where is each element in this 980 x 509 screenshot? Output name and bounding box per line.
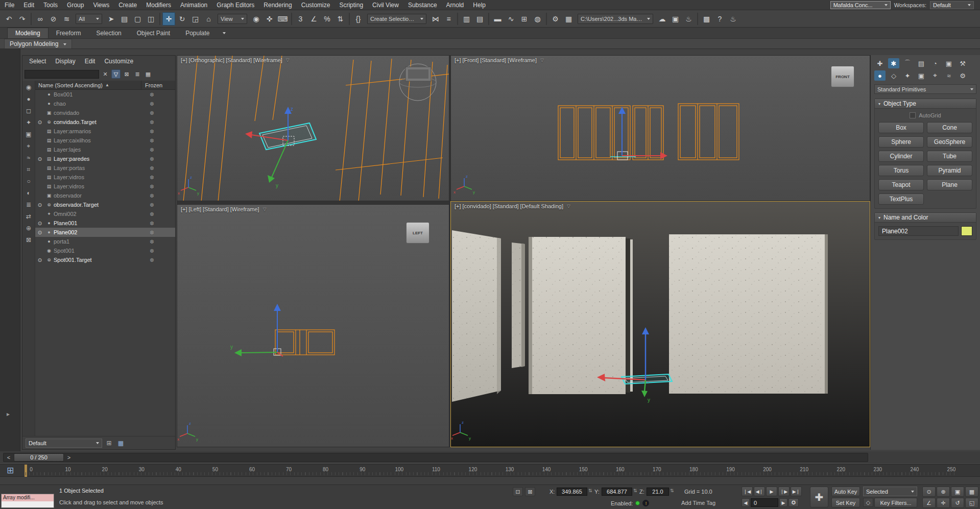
frozen-cell-icon[interactable]: ❆: [144, 147, 175, 153]
key-mode-toggle-icon[interactable]: ◇: [863, 498, 873, 507]
scene-explorer-row[interactable]: ⊙ ⊕ convidado.Target ❆: [35, 117, 175, 127]
primitive-button[interactable]: Tube: [927, 151, 972, 162]
frozen-cell-icon[interactable]: ❆: [144, 138, 175, 143]
select-and-move-icon[interactable]: ✛: [162, 12, 175, 26]
viewport-render-preset-menu[interactable]: [Standard]: [226, 57, 252, 63]
ribbon-overflow-dropdown[interactable]: [218, 28, 228, 38]
viewport-render-preset-menu[interactable]: [Standard]: [203, 206, 229, 212]
frozen-cell-icon[interactable]: ❆: [144, 165, 175, 171]
render-in-cloud-icon[interactable]: ☁: [656, 12, 668, 26]
visibility-eye-icon[interactable]: ⊙: [35, 202, 44, 208]
zoom-extents-all-icon[interactable]: ▦: [965, 487, 978, 497]
explorer-settings-icon[interactable]: ⊞: [104, 438, 114, 448]
viewport-general-menu[interactable]: [+]: [181, 57, 187, 63]
sort-by-layer-icon[interactable]: ≣: [24, 200, 34, 209]
scene-explorer-row[interactable]: ▤ Layer:armarios ❆: [35, 127, 175, 136]
scene-explorer-toggle-icon[interactable]: ▥: [460, 12, 473, 26]
scene-explorer-row[interactable]: ▤ Layer:caixilhos ❆: [35, 136, 175, 145]
primitive-button[interactable]: Pyramid: [927, 165, 972, 176]
fov-icon[interactable]: ∠: [922, 498, 936, 508]
lights-category-icon[interactable]: ✦: [902, 70, 913, 81]
menu-item[interactable]: File: [0, 0, 19, 10]
maxscript-mini-listener[interactable]: Array modifi...: [1, 494, 54, 508]
viewport-filter-icon[interactable]: ▽: [540, 58, 544, 63]
workspaces-dropdown[interactable]: Default: [930, 1, 974, 9]
row-display-icon[interactable]: ≣: [133, 69, 142, 79]
display-bones-icon[interactable]: ⌗: [24, 164, 34, 174]
viewport-pov-menu[interactable]: [Front]: [463, 57, 479, 63]
isolate-selection-icon[interactable]: ⊡: [513, 487, 523, 496]
key-mode-dropdown[interactable]: Selected: [863, 487, 917, 496]
menu-item[interactable]: Create: [114, 0, 141, 10]
viewport-left[interactable]: y xyz LEFT [+] [Left] [Standard] [Wirefr…: [177, 204, 449, 447]
viewport-filter-icon[interactable]: ▽: [567, 204, 570, 209]
object-color-swatch[interactable]: [961, 226, 972, 236]
viewport-shading-menu[interactable]: [Wireframe]: [253, 57, 282, 63]
viewport-general-menu[interactable]: [+]: [455, 203, 461, 209]
ribbon-tab[interactable]: Selection: [88, 28, 129, 38]
select-object-icon[interactable]: ➤: [105, 12, 117, 26]
scene-explorer-row[interactable]: ▣ observador ❆: [35, 191, 175, 200]
explorer-lock-icon[interactable]: ⊠: [24, 235, 34, 245]
scene-explorer-row[interactable]: ✦ Omni002 ❆: [35, 209, 175, 219]
explorer-menu-item[interactable]: Display: [51, 56, 80, 67]
viewport-pov-menu[interactable]: [Left]: [189, 206, 201, 212]
frozen-cell-icon[interactable]: ❆: [144, 202, 175, 208]
unlink-selection-icon[interactable]: ⊘: [47, 12, 60, 26]
previous-frame-arrow[interactable]: <: [5, 453, 13, 462]
x-spinner[interactable]: ⇅: [588, 488, 592, 493]
menu-item[interactable]: Substance: [403, 0, 442, 10]
track-bar[interactable]: 0102030405060708090100110120130140150160…: [0, 464, 980, 477]
visibility-eye-icon[interactable]: ⊙: [35, 119, 44, 125]
display-geometry-icon[interactable]: ●: [24, 94, 34, 104]
frozen-cell-icon[interactable]: ❆: [144, 221, 175, 226]
name-color-rollout-header[interactable]: ▾ Name and Color: [875, 213, 976, 223]
select-and-rotate-icon[interactable]: ↻: [176, 12, 188, 26]
systems-category-icon[interactable]: ⚙: [957, 70, 968, 81]
menu-item[interactable]: Graph Editors: [212, 0, 259, 10]
visibility-eye-icon[interactable]: ⊙: [35, 156, 44, 162]
object-type-rollout-header[interactable]: ▾ Object Type: [875, 99, 976, 109]
menu-item[interactable]: Customize: [297, 0, 335, 10]
zoom-all-icon[interactable]: ⊕: [937, 487, 950, 497]
z-spinner[interactable]: ⇅: [670, 488, 674, 493]
display-lights-icon[interactable]: ✦: [24, 117, 34, 127]
frozen-cell-icon[interactable]: ❆: [144, 211, 175, 217]
geometry-category-icon[interactable]: ●: [874, 70, 886, 81]
project-path-dropdown[interactable]: C:\Users\202...3ds Max 2023: [578, 14, 653, 24]
frozen-column-header[interactable]: Frozen: [141, 82, 175, 88]
primitive-button[interactable]: Box: [878, 122, 924, 133]
layer-explorer-toggle-icon[interactable]: ▤: [473, 12, 486, 26]
hierarchy-tab-icon[interactable]: ▤: [916, 58, 927, 68]
add-time-tag-button[interactable]: Add Time Tag: [681, 500, 715, 506]
name-column-header[interactable]: Name (Sorted Ascending)▲: [35, 81, 141, 89]
primitive-button[interactable]: GeoSphere: [927, 136, 972, 148]
ribbon-panel-tab[interactable]: Polygon Modeling: [4, 39, 72, 49]
macro-recorder-line[interactable]: Array modifi...: [2, 494, 54, 501]
primitive-button[interactable]: Cylinder: [878, 151, 924, 162]
set-key-frame-icon[interactable]: ✪: [788, 498, 799, 507]
y-spinner[interactable]: ⇅: [633, 488, 637, 493]
render-frame-icon[interactable]: ♨: [727, 12, 739, 26]
viewport-orthographic[interactable]: y z xyz [+] [Orthographic] [Standard] [W…: [177, 55, 449, 201]
viewcube[interactable]: FRONT: [831, 66, 854, 87]
undo-icon[interactable]: ↶: [3, 12, 15, 26]
viewcube[interactable]: LEFT: [406, 222, 429, 244]
help-icon[interactable]: ?: [713, 12, 726, 26]
frame-decrement-button[interactable]: ◀: [742, 498, 750, 507]
helpers-category-icon[interactable]: ⌖: [929, 70, 941, 81]
viewport-layout-tabs-icon[interactable]: ⊞: [4, 464, 17, 476]
frame-increment-button[interactable]: ▶: [779, 498, 787, 507]
viewport-filter-icon[interactable]: ▽: [263, 207, 267, 212]
scene-explorer-row[interactable]: ⊙ ● Plane001 ❆: [35, 219, 175, 228]
schematic-view-icon[interactable]: ⊞: [518, 12, 531, 26]
spinner-snap-icon[interactable]: ⇅: [334, 12, 347, 26]
display-everything-icon[interactable]: ◉: [24, 82, 34, 92]
cameras-category-icon[interactable]: ▣: [916, 70, 927, 81]
explorer-layout-icon[interactable]: ▦: [116, 438, 126, 448]
primitive-button[interactable]: Teapot: [878, 179, 924, 190]
viewport-canvas-camera[interactable]: y xyz: [451, 202, 870, 447]
select-by-name-icon[interactable]: ▤: [118, 12, 131, 26]
named-selection-sets-icon[interactable]: {}: [352, 12, 365, 26]
panel-menu-plus-icon[interactable]: ✚: [874, 58, 886, 68]
